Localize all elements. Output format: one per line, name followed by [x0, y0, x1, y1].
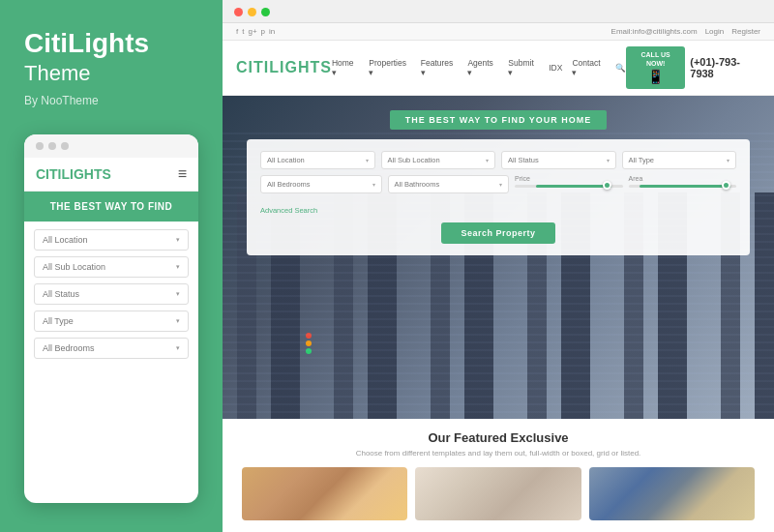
mobile-field-status[interactable]: All Status ▾: [34, 283, 189, 305]
bathrooms-select[interactable]: All Bathrooms ▾: [388, 175, 510, 193]
search-box: All Location ▾ All Sub Location ▾ All St…: [247, 139, 750, 255]
logo-lights: LIGHTS: [269, 59, 332, 75]
property-card-image-3: [589, 467, 755, 520]
sublocation-arrow: ▾: [486, 157, 489, 163]
bedrooms-select[interactable]: All Bedrooms ▾: [260, 175, 382, 193]
mobile-field-type[interactable]: All Type ▾: [34, 310, 189, 332]
status-select[interactable]: All Status ▾: [501, 151, 616, 169]
mobile-chrome: [24, 134, 198, 158]
utility-right: Email:info@citilights.com Login Register: [611, 27, 760, 36]
bedrooms-label: All Bedrooms: [267, 180, 311, 189]
location-arrow: ▾: [366, 157, 369, 163]
property-card-image-2: [415, 467, 580, 520]
area-range: Area: [629, 175, 737, 193]
brand-subtitle: Theme: [24, 61, 198, 86]
mobile-dot-3: [61, 142, 69, 150]
mobile-logo-citi: CITI: [36, 166, 61, 182]
bedrooms-arrow: ▾: [372, 181, 375, 188]
price-thumb[interactable]: [603, 181, 611, 190]
search-row-2: All Bedrooms ▾ All Bathrooms ▾ Price: [260, 175, 736, 193]
status-arrow: ▾: [607, 157, 610, 163]
social-icons: f t g+ p in: [236, 27, 275, 36]
google-plus-icon[interactable]: g+: [248, 27, 256, 36]
mobile-field-location-label: All Location: [43, 235, 88, 245]
hero-tagline: THE BEST WAY TO FIND YOUR HOME: [390, 110, 608, 130]
mobile-dropdown-arrow: ▾: [176, 236, 180, 244]
search-row-1: All Location ▾ All Sub Location ▾ All St…: [260, 151, 736, 169]
browser-dot-green: [261, 8, 270, 16]
area-thumb[interactable]: [722, 181, 730, 190]
property-card-image-1: [242, 467, 407, 520]
main-nav: CITILIGHTS Home ▾ Properties ▾ Features …: [223, 41, 774, 96]
sublocation-select[interactable]: All Sub Location ▾: [381, 151, 496, 169]
browser-chrome: [223, 0, 774, 23]
mobile-mockup: CITILIGHTS ≡ THE BEST WAY TO FIND All Lo…: [24, 134, 198, 503]
status-label: All Status: [508, 156, 539, 164]
left-panel: CitiLights Theme By NooTheme CITILIGHTS …: [0, 0, 223, 532]
property-card-3[interactable]: [589, 467, 755, 520]
area-slider[interactable]: [629, 185, 737, 188]
twitter-icon[interactable]: t: [242, 27, 244, 36]
mobile-dropdown-arrow-3: ▾: [176, 290, 180, 298]
nav-properties[interactable]: Properties ▾: [369, 58, 411, 77]
nav-agents[interactable]: Agents ▾: [467, 58, 498, 77]
nav-links: Home ▾ Properties ▾ Features ▾ Agents ▾ …: [332, 58, 626, 77]
email-link[interactable]: Email:info@citilights.com: [611, 27, 698, 36]
traffic-light-green: [306, 348, 312, 354]
location-select[interactable]: All Location ▾: [260, 151, 375, 169]
desktop-site: f t g+ p in Email:info@citilights.com Lo…: [223, 23, 774, 532]
property-card-2[interactable]: [415, 467, 580, 520]
traffic-light: [306, 333, 312, 354]
mobile-field-status-label: All Status: [43, 289, 79, 299]
phone-icon-box: CALL US NOW! 📱: [626, 46, 685, 89]
browser-dot-yellow: [248, 8, 256, 16]
type-select[interactable]: All Type ▾: [622, 151, 737, 169]
mobile-field-location[interactable]: All Location ▾: [34, 229, 189, 251]
facebook-icon[interactable]: f: [236, 27, 238, 36]
search-icon[interactable]: 🔍: [615, 63, 626, 73]
mobile-field-type-label: All Type: [43, 316, 74, 326]
browser-dot-red: [234, 8, 243, 16]
mobile-dot-2: [48, 142, 56, 150]
area-fill: [640, 185, 731, 188]
property-cards: [242, 467, 755, 520]
register-link[interactable]: Register: [731, 27, 760, 36]
advanced-search-link[interactable]: Advanced Search: [260, 206, 317, 215]
logo-citi: CITI: [236, 59, 269, 75]
pinterest-icon[interactable]: p: [261, 27, 265, 36]
mobile-logo-lights: LIGHTS: [61, 166, 110, 182]
type-arrow: ▾: [727, 157, 729, 163]
site-logo: CITILIGHTS: [236, 59, 332, 76]
hero-section: THE BEST WAY TO FIND YOUR HOME All Locat…: [223, 96, 774, 419]
price-range: Price: [515, 175, 623, 193]
traffic-light-red: [306, 333, 312, 339]
property-card-1[interactable]: [242, 467, 407, 520]
mobile-logo: CITILIGHTS: [36, 166, 111, 182]
mobile-field-sublocation[interactable]: All Sub Location ▾: [34, 256, 189, 278]
mobile-field-sublocation-label: All Sub Location: [43, 262, 105, 272]
featured-section: Our Featured Exclusive Choose from diffe…: [223, 419, 774, 532]
mobile-nav: CITILIGHTS ≡: [24, 158, 198, 192]
hamburger-icon[interactable]: ≡: [178, 165, 187, 183]
linkedin-icon[interactable]: in: [269, 27, 275, 36]
right-panel: f t g+ p in Email:info@citilights.com Lo…: [223, 0, 774, 532]
nav-idx[interactable]: IDX: [549, 63, 562, 73]
login-link[interactable]: Login: [705, 27, 725, 36]
call-label: CALL US NOW!: [632, 50, 679, 68]
featured-title: Our Featured Exclusive: [242, 430, 755, 445]
nav-contact[interactable]: Contact ▾: [572, 58, 606, 77]
bathrooms-arrow: ▾: [499, 181, 502, 188]
mobile-field-bedrooms[interactable]: All Bedrooms ▾: [34, 338, 189, 359]
price-slider[interactable]: [515, 185, 623, 188]
mobile-search-fields: All Location ▾ All Sub Location ▾ All St…: [24, 222, 198, 367]
mobile-hero-banner: THE BEST WAY TO FIND: [24, 192, 198, 222]
mobile-field-bedrooms-label: All Bedrooms: [43, 343, 95, 353]
brand-title: CitiLights: [24, 29, 198, 59]
nav-home[interactable]: Home ▾: [332, 58, 359, 77]
area-label: Area: [629, 175, 737, 182]
nav-features[interactable]: Features ▾: [421, 58, 459, 77]
location-label: All Location: [267, 156, 305, 164]
search-property-button[interactable]: Search Property: [441, 222, 554, 244]
nav-submit[interactable]: Submit ▾: [508, 58, 539, 77]
mobile-dropdown-arrow-4: ▾: [176, 317, 180, 325]
